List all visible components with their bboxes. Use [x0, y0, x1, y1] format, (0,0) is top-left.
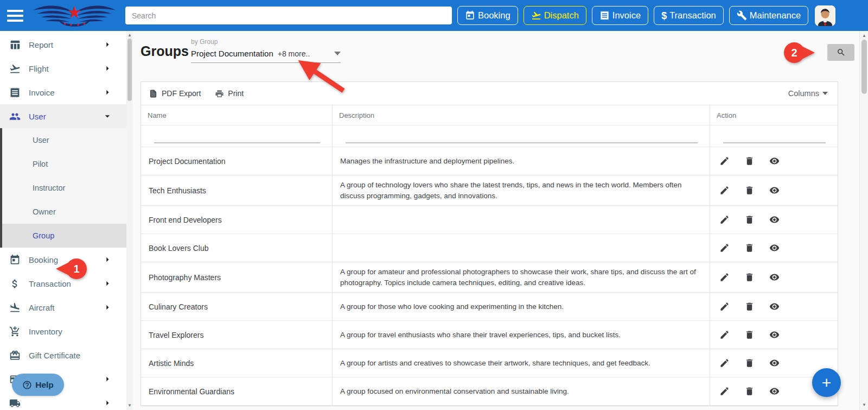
menu-hamburger-icon[interactable] — [7, 10, 23, 22]
sidebar-item-aircraft[interactable]: Aircraft — [0, 295, 126, 319]
delete-icon[interactable] — [744, 272, 755, 282]
invoice-nav-button[interactable]: Invoice — [592, 6, 648, 25]
sidebar-item-flight[interactable]: Flight — [0, 56, 126, 80]
description-filter-input[interactable] — [346, 142, 698, 143]
maintenance-nav-button[interactable]: Maintenance — [729, 6, 808, 25]
svg-text:★: ★ — [76, 22, 80, 27]
delete-icon[interactable] — [744, 301, 755, 312]
column-header-description[interactable]: Description — [333, 105, 710, 125]
edit-icon[interactable] — [719, 272, 730, 282]
view-icon[interactable] — [769, 272, 780, 282]
delete-icon[interactable] — [744, 185, 755, 195]
table-row: Travel Explorers A group for travel enth… — [141, 321, 838, 349]
chevron-down-icon — [102, 111, 113, 122]
submenu-item-owner[interactable]: Owner — [2, 200, 126, 224]
svg-text:★: ★ — [69, 22, 73, 27]
view-icon[interactable] — [769, 301, 780, 312]
edit-icon[interactable] — [719, 156, 730, 166]
sidebar-item-user[interactable]: User — [0, 104, 126, 128]
delete-icon[interactable] — [744, 215, 755, 225]
submenu-item-pilot[interactable]: Pilot — [2, 152, 126, 176]
sidebar-label: Report — [29, 40, 102, 49]
view-icon[interactable] — [769, 156, 780, 166]
row-name: Project Documentation — [141, 147, 333, 175]
sidebar-label: Flight — [29, 64, 102, 73]
scroll-down-icon[interactable]: ▼ — [126, 402, 133, 409]
filter-label: by Group — [191, 38, 341, 46]
sidebar-label: User — [29, 112, 102, 121]
dropdown-arrow-icon — [822, 92, 828, 95]
edit-icon[interactable] — [719, 215, 730, 225]
delete-icon[interactable] — [744, 156, 755, 166]
sidebar-item-transaction[interactable]: Transaction — [0, 272, 126, 295]
row-name: Travel Explorers — [141, 321, 333, 349]
columns-button[interactable]: Columns — [788, 89, 828, 98]
row-actions — [710, 293, 838, 321]
edit-icon[interactable] — [719, 386, 730, 396]
pdf-export-button[interactable]: PDF Export — [149, 89, 201, 98]
scroll-down-icon[interactable]: ▼ — [860, 402, 868, 408]
dispatch-nav-button[interactable]: Dispatch — [524, 6, 586, 25]
group-filter-dropdown[interactable]: by Group Project Documentation +8 more.. — [191, 38, 341, 63]
print-label: Print — [228, 89, 244, 98]
table-row: Front end Developers — [141, 206, 838, 234]
scroll-up-icon[interactable]: ▲ — [860, 33, 868, 39]
scrollbar-thumb[interactable] — [127, 39, 132, 101]
page-scrollbar[interactable]: ▲ ▼ — [859, 31, 868, 410]
view-icon[interactable] — [769, 386, 780, 396]
transaction-nav-button[interactable]: $ Transaction — [654, 6, 724, 25]
row-actions — [710, 147, 838, 175]
view-icon[interactable] — [769, 358, 780, 368]
scrollbar-thumb[interactable] — [861, 40, 867, 94]
edit-icon[interactable] — [719, 301, 730, 312]
edit-icon[interactable] — [719, 185, 730, 195]
table-row: Project Documentation Manages the infras… — [141, 147, 838, 175]
svg-text:★: ★ — [63, 21, 67, 26]
submenu-item-user[interactable]: User — [2, 128, 126, 152]
sidebar-scrollbar[interactable]: ▲ ▼ — [126, 31, 133, 410]
sidebar-item-invoice[interactable]: Invoice — [0, 80, 126, 104]
delete-icon[interactable] — [744, 243, 755, 253]
row-name: Tech Enthusiasts — [141, 175, 333, 206]
view-icon[interactable] — [769, 185, 780, 195]
row-description: A group of technology lovers who share t… — [333, 175, 710, 206]
wrench-icon — [737, 10, 747, 21]
edit-icon[interactable] — [719, 243, 730, 253]
name-filter-input[interactable] — [154, 142, 320, 143]
sidebar-item-gift-certificate[interactable]: Gift Certificate — [0, 343, 126, 367]
delete-icon[interactable] — [744, 358, 755, 368]
delete-icon[interactable] — [744, 330, 755, 340]
help-button[interactable]: Help — [12, 374, 64, 396]
booking-nav-button[interactable]: Booking — [457, 6, 518, 25]
sidebar-label: Transaction — [29, 279, 102, 288]
edit-icon[interactable] — [719, 358, 730, 368]
submenu-item-instructor[interactable]: Instructor — [2, 176, 126, 200]
user-avatar[interactable] — [815, 5, 835, 26]
scroll-up-icon[interactable]: ▲ — [126, 32, 133, 39]
print-button[interactable]: Print — [215, 89, 244, 98]
view-icon[interactable] — [769, 330, 780, 340]
help-icon — [22, 380, 32, 390]
sidebar-item-booking[interactable]: Booking — [0, 248, 126, 272]
view-icon[interactable] — [769, 215, 780, 225]
sidebar: Report Flight Invoice User User Pilot In… — [0, 31, 133, 410]
submenu-item-group[interactable]: Group — [2, 224, 126, 248]
row-description: A group for artists and creatives to sho… — [333, 349, 710, 377]
table-row: Artistic Minds A group for artists and c… — [141, 349, 838, 377]
delete-icon[interactable] — [744, 386, 755, 396]
sidebar-item-inventory[interactable]: Inventory — [0, 319, 126, 343]
add-group-button[interactable]: + — [812, 368, 841, 397]
column-header-name[interactable]: Name — [141, 105, 333, 125]
action-filter-input[interactable] — [723, 142, 826, 143]
table-search-button[interactable] — [827, 44, 854, 61]
dropdown-arrow-icon — [334, 52, 341, 55]
edit-icon[interactable] — [719, 330, 730, 340]
dispatch-nav-label: Dispatch — [544, 10, 579, 21]
table-header-row: Name Description Action — [141, 105, 838, 125]
view-icon[interactable] — [769, 243, 780, 253]
submenu-label: Owner — [33, 207, 56, 216]
sidebar-item-report[interactable]: Report — [0, 33, 126, 56]
search-input[interactable] — [125, 7, 452, 24]
row-name: Culinary Creators — [141, 293, 333, 321]
table-body: Project Documentation Manages the infras… — [141, 147, 838, 406]
